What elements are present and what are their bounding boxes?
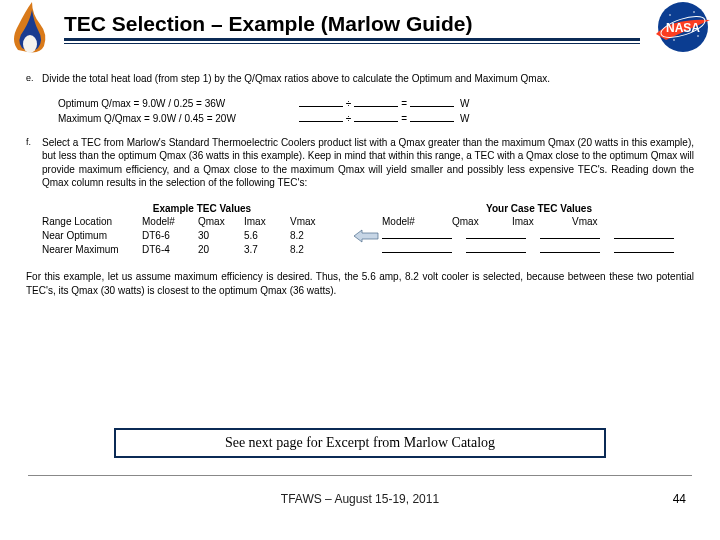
blank-field: [614, 243, 674, 253]
col-model2: Model#: [382, 215, 452, 229]
equation-optimum: Optimum Q/max = 9.0W / 0.25 = 36W: [58, 96, 236, 111]
step-e-text: Divide the total heat load (from step 1)…: [42, 72, 694, 86]
fill-row-2: ÷= W: [296, 111, 470, 126]
title-underline: [64, 38, 640, 41]
equations-row: Optimum Q/max = 9.0W / 0.25 = 36W Maximu…: [42, 96, 694, 126]
blank-field: [466, 243, 526, 253]
slide-title: TEC Selection – Example (Marlow Guide): [64, 12, 720, 36]
blank-field: [540, 243, 600, 253]
arrow-left-icon: [350, 229, 382, 243]
conclusion-paragraph: For this example, let us assume maximum …: [26, 270, 694, 297]
tec-table: Example TEC Values Your Case TEC Values …: [42, 202, 694, 257]
col-imax2: Imax: [512, 215, 572, 229]
blank-field: [382, 243, 452, 253]
table-row: Nearer Maximum DT6-4 20 3.7 8.2: [42, 243, 694, 257]
equation-maximum: Maximum Q/Qmax = 9.0W / 0.45 = 20W: [58, 111, 236, 126]
step-letter: e.: [26, 72, 42, 126]
col-qmax2: Qmax: [452, 215, 512, 229]
blank-field: [614, 229, 674, 239]
step-e: e. Divide the total heat load (from step…: [26, 72, 694, 126]
col-vmax2: Vmax: [572, 215, 632, 229]
col-model: Model#: [142, 215, 198, 229]
step-f: f. Select a TEC from Marlow's Standard T…: [26, 136, 694, 257]
col-imax: Imax: [244, 215, 290, 229]
step-f-text: Select a TEC from Marlow's Standard Ther…: [42, 136, 694, 190]
step-letter: f.: [26, 136, 42, 257]
footer-text: TFAWS – August 15-19, 2011: [0, 492, 720, 506]
fill-row-1: ÷= W: [296, 96, 470, 111]
blank-field: [540, 229, 600, 239]
slide-header: TEC Selection – Example (Marlow Guide): [0, 0, 720, 58]
col-vmax: Vmax: [290, 215, 350, 229]
footer-divider: [28, 475, 692, 476]
page-number: 44: [673, 492, 686, 506]
callout-box: See next page for Excerpt from Marlow Ca…: [114, 428, 606, 458]
blank-field: [466, 229, 526, 239]
callout-text: See next page for Excerpt from Marlow Ca…: [225, 435, 495, 450]
slide-content: e. Divide the total heat load (from step…: [0, 58, 720, 297]
table-group-yourcase: Your Case TEC Values: [394, 202, 694, 216]
table-group-example: Example TEC Values: [42, 202, 362, 216]
blank-field: [382, 229, 452, 239]
col-range: Range Location: [42, 215, 142, 229]
title-underline-thin: [64, 43, 640, 44]
col-qmax: Qmax: [198, 215, 244, 229]
table-row: Near Optimum DT6-6 30 5.6 8.2: [42, 229, 694, 243]
